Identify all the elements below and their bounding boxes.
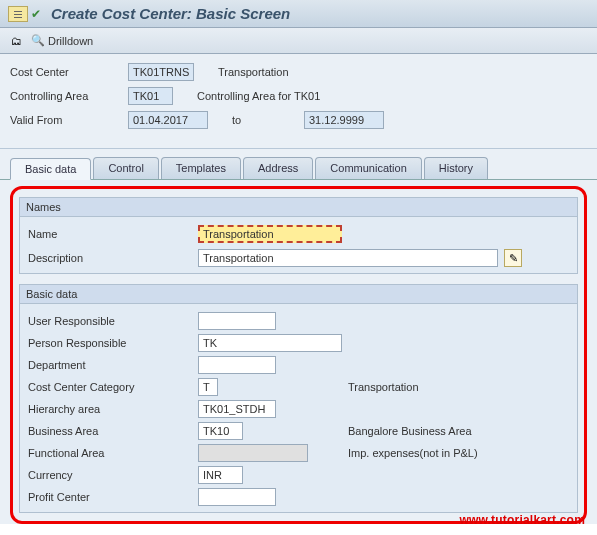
valid-to-value[interactable]: 31.12.9999 (304, 111, 384, 129)
business-area-label: Business Area (28, 425, 198, 437)
tab-communication[interactable]: Communication (315, 157, 421, 179)
profit-center-label: Profit Center (28, 491, 198, 503)
cost-center-label: Cost Center (10, 66, 128, 78)
title-bar: ✔ Create Cost Center: Basic Screen (0, 0, 597, 28)
drilldown-label: Drilldown (48, 35, 93, 47)
names-group-header: Names (19, 197, 578, 217)
basic-data-group-body: User Responsible Person Responsible TK D… (19, 304, 578, 513)
check-icon[interactable]: ✔ (31, 7, 41, 21)
business-area-desc: Bangalore Business Area (348, 425, 472, 437)
business-area-input[interactable]: TK10 (198, 422, 243, 440)
tab-strip: Basic data Control Templates Address Com… (0, 149, 597, 180)
cost-center-category-label: Cost Center Category (28, 381, 198, 393)
toolbar: 🗂 🔍 Drilldown (0, 28, 597, 54)
org-icon: 🗂 (8, 33, 24, 49)
hierarchy-area-label: Hierarchy area (28, 403, 198, 415)
names-group-body: Name Transportation Description Transpor… (19, 217, 578, 274)
currency-label: Currency (28, 469, 198, 481)
tab-content: Names Name Transportation Description Tr… (0, 180, 597, 524)
user-responsible-input[interactable] (198, 312, 276, 330)
controlling-area-desc: Controlling Area for TK01 (197, 90, 320, 102)
to-label: to (232, 114, 304, 126)
svg-rect-0 (14, 11, 22, 12)
functional-area-input[interactable] (198, 444, 308, 462)
cost-center-category-input[interactable]: T (198, 378, 218, 396)
drilldown-icon: 🔍 (30, 33, 46, 49)
org-structure-button[interactable]: 🗂 (8, 33, 24, 49)
description-label: Description (28, 252, 198, 264)
department-label: Department (28, 359, 198, 371)
controlling-area-label: Controlling Area (10, 90, 128, 102)
person-responsible-label: Person Responsible (28, 337, 198, 349)
tab-address[interactable]: Address (243, 157, 313, 179)
tab-history[interactable]: History (424, 157, 488, 179)
controlling-area-value[interactable]: TK01 (128, 87, 173, 105)
edit-icon[interactable]: ✎ (504, 249, 522, 267)
cost-center-desc: Transportation (218, 66, 289, 78)
menu-icon[interactable] (8, 6, 28, 22)
valid-from-value[interactable]: 01.04.2017 (128, 111, 208, 129)
department-input[interactable] (198, 356, 276, 374)
name-label: Name (28, 228, 198, 240)
watermark: www.tutorialkart.com (459, 513, 585, 527)
valid-from-label: Valid From (10, 114, 128, 126)
person-responsible-input[interactable]: TK (198, 334, 342, 352)
name-input[interactable]: Transportation (198, 225, 342, 243)
basic-data-group-header: Basic data (19, 284, 578, 304)
page-title: Create Cost Center: Basic Screen (51, 5, 290, 22)
cost-center-value[interactable]: TK01TRNS (128, 63, 194, 81)
tab-control[interactable]: Control (93, 157, 158, 179)
user-responsible-label: User Responsible (28, 315, 198, 327)
profit-center-input[interactable] (198, 488, 276, 506)
functional-area-label: Functional Area (28, 447, 198, 459)
tab-templates[interactable]: Templates (161, 157, 241, 179)
currency-input[interactable]: INR (198, 466, 243, 484)
cost-center-category-desc: Transportation (348, 381, 419, 393)
header-form: Cost Center TK01TRNS Transportation Cont… (0, 54, 597, 149)
svg-rect-1 (14, 14, 22, 15)
functional-area-desc: Imp. expenses(not in P&L) (348, 447, 478, 459)
drilldown-button[interactable]: 🔍 Drilldown (30, 33, 93, 49)
hierarchy-area-input[interactable]: TK01_STDH (198, 400, 276, 418)
highlight-annotation: Names Name Transportation Description Tr… (10, 186, 587, 524)
tab-basic-data[interactable]: Basic data (10, 158, 91, 180)
svg-rect-2 (14, 17, 22, 18)
description-input[interactable]: Transportation (198, 249, 498, 267)
